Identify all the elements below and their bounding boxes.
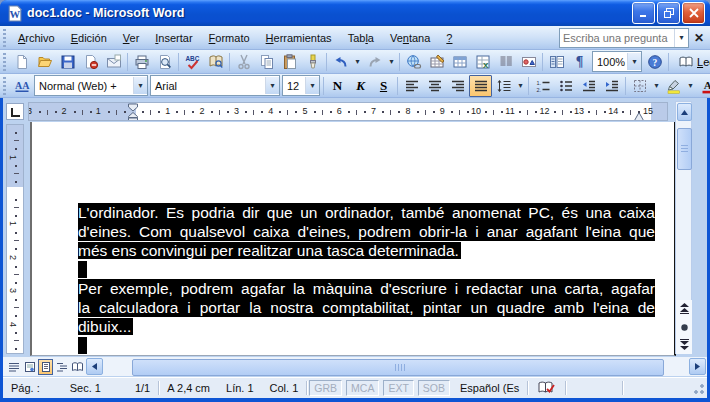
- paste-button[interactable]: [278, 51, 301, 73]
- status-toggle-grb[interactable]: GRB: [309, 380, 342, 396]
- doc-line[interactable]: més ens convingui per realitzar una tasc…: [78, 241, 655, 260]
- doc-line[interactable]: d'eines. Com qualsevol caixa d'eines, po…: [78, 222, 655, 241]
- document-canvas[interactable]: L'ordinador. Es podria dir que un ordina…: [30, 122, 676, 356]
- scroll-left-button[interactable]: [86, 358, 103, 375]
- align-center-button[interactable]: [423, 75, 446, 97]
- doc-line[interactable]: dibuix...: [78, 317, 655, 336]
- bullets-button[interactable]: [554, 75, 577, 97]
- status-toggle-sob[interactable]: SOB: [418, 380, 450, 396]
- ask-a-question-box[interactable]: ▾: [559, 28, 689, 48]
- v-ruler[interactable]: 11234: [6, 124, 24, 354]
- doc-line[interactable]: L'ordinador. Es podria dir que un ordina…: [78, 203, 655, 222]
- print-layout-view-button[interactable]: [38, 359, 53, 375]
- close-button[interactable]: [682, 2, 705, 24]
- horizontal-scroll-thumb[interactable]: [132, 359, 664, 376]
- previous-page-button[interactable]: [680, 300, 689, 318]
- vertical-scroll-thumb[interactable]: [677, 128, 692, 170]
- borders-button[interactable]: [628, 75, 651, 97]
- menubar-drag-handle[interactable]: [3, 29, 6, 47]
- question-dropdown-icon[interactable]: ▾: [674, 29, 688, 47]
- menu-archivo[interactable]: Archivo: [10, 29, 63, 47]
- font-combo[interactable]: Arial ▾: [150, 75, 280, 96]
- outline-view-button[interactable]: [54, 359, 69, 375]
- font-color-button[interactable]: A: [696, 75, 710, 97]
- doc-line[interactable]: Per exemple, podrem agafar la màquina d'…: [78, 279, 655, 298]
- columns-button[interactable]: [494, 51, 517, 73]
- formatting-toolbar-drag-handle[interactable]: [3, 77, 6, 95]
- status-language[interactable]: Español (Es: [452, 382, 527, 394]
- bold-button[interactable]: N: [326, 75, 349, 97]
- h-ruler[interactable]: 321123456789101112131415: [28, 102, 668, 121]
- undo-dropdown-icon[interactable]: ▾: [352, 51, 363, 73]
- show-hide-paragraph-button[interactable]: ¶: [568, 51, 591, 73]
- underline-button[interactable]: S: [372, 75, 395, 97]
- next-page-button[interactable]: [680, 336, 689, 354]
- menu-tabla[interactable]: Tabla: [340, 29, 382, 47]
- menu-ventana[interactable]: Ventana: [382, 29, 438, 47]
- drawing-button[interactable]: [517, 51, 540, 73]
- align-left-button[interactable]: [400, 75, 423, 97]
- justify-button[interactable]: [469, 75, 492, 97]
- status-toggle-mca[interactable]: MCA: [346, 380, 379, 396]
- highlight-button[interactable]: [662, 75, 685, 97]
- font-size-combo[interactable]: 12 ▾: [282, 75, 320, 96]
- spelling-grammar-button[interactable]: ABC: [181, 51, 204, 73]
- redo-button[interactable]: [363, 51, 386, 73]
- menu-herramientas[interactable]: Herramientas: [258, 29, 340, 47]
- increase-indent-button[interactable]: [600, 75, 623, 97]
- zoom-dropdown-icon[interactable]: ▾: [627, 53, 641, 70]
- permission-button[interactable]: [79, 51, 102, 73]
- format-painter-button[interactable]: [301, 51, 324, 73]
- menu-edicion[interactable]: Edición: [63, 29, 115, 47]
- status-toggle-ext[interactable]: EXT: [383, 380, 413, 396]
- italic-button[interactable]: K: [349, 75, 372, 97]
- ask-a-question-input[interactable]: [560, 32, 674, 44]
- print-preview-button[interactable]: [153, 51, 176, 73]
- save-button[interactable]: [56, 51, 79, 73]
- menu-formato[interactable]: Formato: [201, 29, 258, 47]
- redo-dropdown-icon[interactable]: ▾: [386, 51, 397, 73]
- undo-button[interactable]: [329, 51, 352, 73]
- restore-button[interactable]: [657, 2, 680, 24]
- select-browse-object-button[interactable]: [680, 318, 689, 336]
- doc-line[interactable]: la calculadora i portar la nostra compta…: [78, 298, 655, 317]
- indent-markers[interactable]: [127, 103, 139, 121]
- doc-empty-line[interactable]: [78, 336, 655, 355]
- doc-empty-line[interactable]: [78, 260, 655, 279]
- scroll-right-button[interactable]: [689, 358, 706, 375]
- highlight-dropdown-icon[interactable]: ▾: [685, 75, 696, 97]
- help-button[interactable]: ?: [643, 51, 666, 73]
- menu-ver[interactable]: Ver: [115, 29, 148, 47]
- line-spacing-button[interactable]: [492, 75, 515, 97]
- email-button[interactable]: [102, 51, 125, 73]
- align-right-button[interactable]: [446, 75, 469, 97]
- styles-and-formatting-button[interactable]: AA: [10, 75, 33, 97]
- tab-stop-selector[interactable]: [6, 103, 24, 120]
- menu-help[interactable]: ?: [438, 29, 460, 47]
- decrease-indent-button[interactable]: [577, 75, 600, 97]
- print-button[interactable]: [130, 51, 153, 73]
- cut-button[interactable]: [232, 51, 255, 73]
- style-dropdown-icon[interactable]: ▾: [133, 77, 147, 94]
- web-layout-view-button[interactable]: [22, 359, 37, 375]
- titlebar[interactable]: W doc1.doc - Microsoft Word: [0, 0, 710, 26]
- insert-table-button[interactable]: [448, 51, 471, 73]
- research-button[interactable]: [204, 51, 227, 73]
- font-dropdown-icon[interactable]: ▾: [265, 77, 279, 94]
- open-button[interactable]: [33, 51, 56, 73]
- normal-view-button[interactable]: [6, 359, 21, 375]
- line-spacing-dropdown-icon[interactable]: ▾: [515, 75, 526, 97]
- copy-button[interactable]: [255, 51, 278, 73]
- zoom-combo[interactable]: 100% ▾: [592, 51, 642, 72]
- document-text[interactable]: L'ordinador. Es podria dir que un ordina…: [78, 203, 655, 356]
- insert-hyperlink-button[interactable]: [402, 51, 425, 73]
- insert-excel-worksheet-button[interactable]: X: [471, 51, 494, 73]
- menu-insertar[interactable]: Insertar: [147, 29, 200, 47]
- font-size-dropdown-icon[interactable]: ▾: [305, 77, 319, 94]
- tables-and-borders-button[interactable]: [425, 51, 448, 73]
- borders-dropdown-icon[interactable]: ▾: [651, 75, 662, 97]
- horizontal-scroll-track[interactable]: [104, 359, 686, 374]
- read-layout-button[interactable]: Lectura: [671, 51, 710, 73]
- reading-layout-view-button[interactable]: [70, 359, 85, 375]
- numbering-button[interactable]: 1.2.: [531, 75, 554, 97]
